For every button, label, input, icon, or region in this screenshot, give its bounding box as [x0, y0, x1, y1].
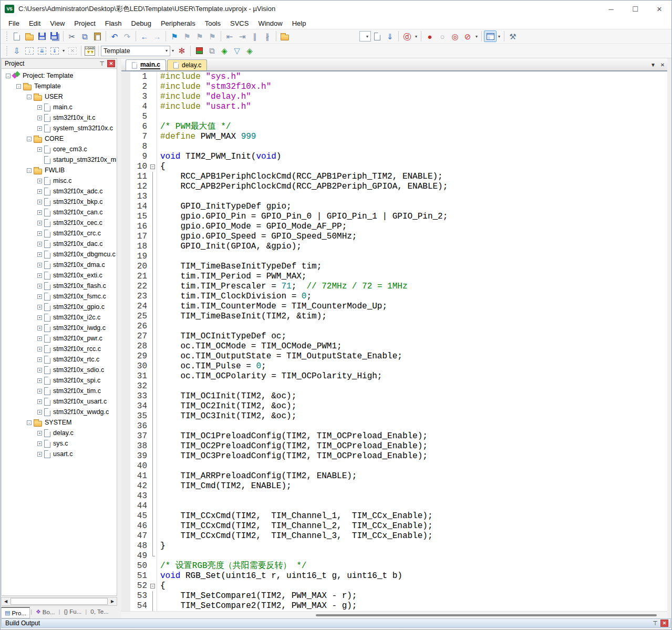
workspace-tab-pro[interactable]: ▤Pro... — [1, 607, 30, 618]
breakpoint-insert-icon[interactable]: ● — [423, 30, 436, 42]
menu-window[interactable]: Window — [253, 18, 287, 29]
expand-icon[interactable]: + — [37, 378, 42, 383]
panel-splitter[interactable] — [117, 58, 121, 618]
uncomment-selection-icon[interactable]: ∦ — [261, 30, 274, 42]
dropdown-caret-icon[interactable]: ▾ — [61, 48, 66, 53]
expand-icon[interactable]: + — [37, 294, 42, 299]
editor-tab-main-c[interactable]: main.c — [126, 59, 166, 70]
options-for-target-icon[interactable]: ✻ — [175, 45, 188, 57]
pin-icon[interactable]: ⊤ — [98, 60, 106, 67]
expand-icon[interactable]: + — [37, 147, 42, 152]
tree-item[interactable]: +main.c — [2, 102, 117, 112]
tree-item[interactable]: +stm32f10x_fsmc.c — [2, 291, 117, 302]
dropdown-caret-icon[interactable]: ▾ — [170, 48, 175, 53]
menu-svcs[interactable]: SVCS — [225, 18, 253, 29]
save-all-icon[interactable] — [48, 30, 61, 42]
expand-icon[interactable]: + — [37, 399, 42, 404]
unindent-icon[interactable]: ⇤ — [223, 30, 236, 42]
menu-debug[interactable]: Debug — [127, 18, 156, 29]
breakpoint-enable-all-icon[interactable]: ◎ — [449, 30, 461, 42]
open-file-icon[interactable] — [23, 30, 36, 42]
tree-item[interactable]: +core_cm3.c — [2, 144, 117, 154]
maximize-button[interactable]: ☐ — [623, 1, 647, 17]
tab-list-dropdown-icon[interactable]: ▼ — [648, 60, 658, 69]
project-horizontal-scrollbar[interactable]: ◀ ▶ — [1, 597, 117, 606]
tree-item[interactable]: +stm32f10x_adc.c — [2, 186, 117, 197]
batch-build-icon[interactable]: ⇓ — [48, 45, 61, 57]
collapse-icon[interactable]: - — [27, 168, 32, 173]
breakpoint-kill-all-icon[interactable]: ⊘ — [461, 30, 474, 42]
expand-icon[interactable]: + — [37, 231, 42, 236]
tree-item[interactable]: +stm32f10x_iwdg.c — [2, 323, 117, 333]
expand-icon[interactable]: + — [37, 179, 42, 183]
tree-item[interactable]: +stm32f10x_rcc.c — [2, 344, 117, 354]
expand-icon[interactable]: + — [37, 252, 42, 257]
tree-item[interactable]: -Template — [2, 81, 117, 91]
menu-flash[interactable]: Flash — [100, 18, 127, 29]
project-panel-close-icon[interactable]: ✕ — [107, 60, 115, 67]
bookmark-previous-icon[interactable]: ⚑ — [181, 30, 193, 42]
copy-icon[interactable]: ⧉ — [78, 30, 91, 42]
paste-icon[interactable] — [91, 30, 104, 42]
rebuild-all-icon[interactable]: ⇊ — [36, 45, 48, 57]
tree-item[interactable]: +stm32f10x_exti.c — [2, 270, 117, 281]
manage-layout-icon[interactable]: ⧉ — [205, 45, 218, 57]
expand-icon[interactable]: + — [37, 105, 42, 110]
tree-item[interactable]: -USER — [2, 91, 117, 102]
toolbar-grip[interactable] — [6, 32, 8, 41]
tree-item[interactable]: +stm32f10x_wwdg.c — [2, 407, 117, 417]
close-document-icon[interactable]: ✕ — [658, 60, 667, 69]
expand-icon[interactable]: + — [37, 284, 42, 288]
expand-icon[interactable]: + — [37, 305, 42, 309]
bookmark-next-icon[interactable]: ⚑ — [193, 30, 206, 42]
scroll-right-icon[interactable]: ▶ — [108, 597, 117, 605]
undo-icon[interactable]: ↶ — [108, 30, 121, 42]
dropdown-caret-icon[interactable]: ▾ — [474, 34, 479, 39]
expand-icon[interactable]: + — [37, 410, 42, 415]
scrollbar-thumb[interactable] — [316, 614, 657, 616]
tree-item[interactable]: -FWLIB — [2, 165, 117, 175]
collapse-icon[interactable]: - — [16, 84, 21, 89]
tree-item[interactable]: +stm32f10x_spi.c — [2, 375, 117, 386]
download-icon[interactable]: LOAD▼▼ — [84, 45, 96, 57]
expand-icon[interactable]: + — [37, 200, 42, 204]
find-in-files-2-icon[interactable] — [371, 30, 384, 42]
navigate-forward-icon[interactable]: → — [151, 30, 163, 42]
tree-item[interactable]: +stm32f10x_can.c — [2, 207, 117, 218]
tree-item[interactable]: -Project: Template — [2, 70, 117, 81]
tree-item[interactable]: +system_stm32f10x.c — [2, 123, 117, 133]
tree-item[interactable]: +stm32f10x_dac.c — [2, 239, 117, 249]
dropdown-caret-icon[interactable]: ▾ — [497, 34, 502, 39]
expand-icon[interactable]: + — [37, 389, 42, 394]
minimize-button[interactable]: ─ — [599, 1, 623, 17]
workspace-tab-fu[interactable]: {} Fu... — [60, 607, 85, 616]
breakpoint-disable-icon[interactable]: ○ — [436, 30, 449, 42]
close-button[interactable]: ✕ — [647, 1, 671, 17]
collapse-icon[interactable]: - — [27, 420, 32, 425]
collapse-icon[interactable]: - — [27, 137, 32, 141]
code-area[interactable]: 1#include "sys.h"2#include "stm32f10x.h"… — [121, 72, 667, 611]
expand-icon[interactable]: + — [37, 431, 42, 436]
tree-item[interactable]: +delay.c — [2, 428, 117, 438]
manage-components-icon[interactable] — [193, 45, 205, 57]
workspace-tab-te[interactable]: 0, Te... — [87, 607, 111, 616]
menu-view[interactable]: View — [45, 18, 69, 29]
comment-selection-icon[interactable]: ∥ — [249, 30, 261, 42]
tree-item[interactable]: +sys.c — [2, 438, 117, 449]
tree-item[interactable]: +stm32f10x_crc.c — [2, 228, 117, 239]
expand-icon[interactable]: + — [37, 441, 42, 446]
expand-icon[interactable]: + — [37, 347, 42, 352]
editor-tab-delay-c[interactable]: delay.c — [167, 59, 207, 70]
debug-search-icon[interactable]: ⓓ — [401, 30, 413, 42]
dropdown-caret-icon[interactable]: ▾ — [413, 34, 419, 39]
expand-icon[interactable]: + — [37, 221, 42, 225]
tree-item[interactable]: +stm32f10x_flash.c — [2, 281, 117, 291]
save-icon[interactable] — [36, 30, 48, 42]
tree-item[interactable]: +stm32f10x_i2c.c — [2, 312, 117, 323]
find-in-files-icon[interactable] — [278, 30, 291, 42]
toolbar-grip[interactable] — [6, 46, 8, 56]
expand-icon[interactable]: + — [37, 263, 42, 267]
tree-item[interactable]: +stm32f10x_dma.c — [2, 260, 117, 270]
tree-item[interactable]: +stm32f10x_gpio.c — [2, 302, 117, 312]
file-extensions-filter-icon[interactable]: ▽ — [231, 45, 243, 57]
